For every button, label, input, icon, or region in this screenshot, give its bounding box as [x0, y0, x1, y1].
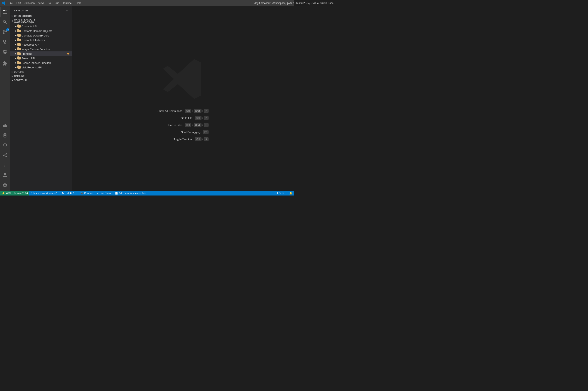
source-control-badge: 13: [6, 28, 9, 31]
folder-icon: [17, 66, 21, 69]
tree-item-label: Resources API: [21, 43, 70, 46]
menu-help[interactable]: Help: [74, 1, 83, 5]
folder-icon: [17, 43, 21, 46]
workspace-section-header[interactable]: ▼ DAY3-BREAKOUT1 (WORKSPACE) [W...: [10, 18, 72, 24]
window-title: day3-breakout1 (Workspace) [WSL: Ubuntu-…: [255, 2, 294, 4]
triangle-icon: ⚠: [72, 192, 75, 195]
key-badge: F5: [203, 130, 208, 134]
tree-items-container: ▶Contacts API▶Contacts Domain Objects▶Co…: [10, 24, 72, 70]
tree-item[interactable]: ▶Search Indexer Function: [10, 61, 72, 65]
activity-search[interactable]: [0, 17, 10, 27]
tree-expand-icon: ▶: [14, 48, 17, 50]
sync-icon: ↻: [62, 192, 64, 195]
activity-bar: 13: [0, 6, 10, 191]
tree-item[interactable]: ▶Contacts Domain Objects: [10, 29, 72, 33]
activity-source-control[interactable]: 13: [0, 27, 10, 37]
folder-icon: [17, 25, 21, 28]
collapse-all-button[interactable]: [66, 19, 71, 23]
outline-chevron: ▶: [12, 71, 13, 73]
tree-item-label: Image Resizer Function: [21, 48, 70, 51]
shortcut-keys: Ctrl+Shift+F: [185, 123, 208, 127]
errors-label: 0: [70, 192, 72, 195]
database-icon: [2, 133, 7, 138]
tree-item[interactable]: ▶Resources API: [10, 42, 72, 47]
tree-item[interactable]: ▶Contacts Interfaces: [10, 38, 72, 42]
file-label: Adc.Scm.Resources.Api: [119, 192, 145, 195]
folder-icon: [17, 29, 21, 33]
status-bar: ⚡ WSL: Ubuntu-20.04 ⑂ features/workspace…: [0, 191, 294, 196]
sidebar-header: Explorer ⋯: [10, 6, 72, 14]
activity-kubernetes[interactable]: [0, 140, 10, 150]
activity-database[interactable]: [0, 130, 10, 140]
activity-extensions[interactable]: [0, 58, 10, 68]
tree-item[interactable]: ▶Visit Reports API: [10, 65, 72, 70]
errors-status[interactable]: ⊗ 0 ⚠ 1: [66, 191, 78, 196]
extensions-icon: [2, 61, 7, 66]
refresh-button[interactable]: [62, 19, 66, 23]
outline-panel-header[interactable]: ▶ Outline: [10, 70, 72, 74]
codetour-chevron: ▶: [12, 79, 13, 81]
key-plus: +: [192, 110, 193, 112]
connect-status[interactable]: 🔌 Connect: [79, 191, 95, 196]
workspace-header-content: ▼ DAY3-BREAKOUT1 (WORKSPACE) [W...: [12, 18, 52, 23]
sync-status[interactable]: ↻: [60, 191, 66, 196]
shortcuts-list: Show All CommandsCtrl+Shift+PGo to FileC…: [158, 109, 208, 141]
menu-view[interactable]: View: [37, 1, 45, 5]
activity-remote-explorer[interactable]: [0, 47, 10, 57]
file-status[interactable]: 📄 Adc.Scm.Resources.Api: [113, 191, 147, 196]
activity-debug[interactable]: [0, 37, 10, 47]
menu-selection[interactable]: Selection: [23, 1, 36, 5]
wsl-status[interactable]: ⚡ WSL: Ubuntu-20.04: [0, 191, 29, 196]
branch-status[interactable]: ⑂ features/workspaces*+: [29, 191, 60, 196]
shortcut-keys: Ctrl+P: [195, 116, 208, 120]
shortcut-label: Go to File: [181, 116, 192, 120]
more-actions-button[interactable]: ⋯: [65, 8, 69, 13]
timeline-panel-header[interactable]: ▶ Timeline: [10, 74, 72, 78]
shortcut-label: Toggle Terminal: [174, 138, 193, 141]
activity-settings[interactable]: [0, 180, 10, 190]
notifications-button[interactable]: 🔔: [288, 191, 294, 196]
activity-docker[interactable]: [0, 120, 10, 130]
timeline-label: Timeline: [14, 75, 24, 77]
key-badge: Ctrl: [195, 116, 201, 120]
key-badge: Ctrl: [195, 137, 201, 141]
key-badge: Shift: [194, 123, 201, 127]
remote-icon: ⚡: [2, 192, 5, 195]
activity-liveshare[interactable]: [0, 150, 10, 160]
files-icon: [3, 9, 8, 14]
vscode-watermark: [160, 56, 206, 102]
tree-expand-icon: ▶: [14, 39, 17, 41]
activity-account[interactable]: [0, 170, 10, 180]
eslint-status[interactable]: ✓ ESLINT: [273, 191, 288, 196]
shortcut-keys: F5: [203, 130, 208, 134]
shortcut-label: Show All Commands: [158, 109, 182, 112]
menu-terminal[interactable]: Terminal: [61, 1, 74, 5]
menu-file[interactable]: File: [7, 1, 14, 5]
menu-edit[interactable]: Edit: [15, 1, 22, 5]
activity-explorer[interactable]: [0, 7, 10, 17]
tree-item[interactable]: ▶Contacts API: [10, 24, 72, 29]
tree-expand-icon: ▶: [14, 30, 17, 32]
status-bar-right: ✓ ESLINT 🔔: [273, 191, 294, 196]
open-editors-section[interactable]: ▶ Open Editors: [10, 14, 72, 18]
tree-item[interactable]: ▶Contacts Data EF Core: [10, 33, 72, 38]
title-bar-left: File Edit Selection View Go Run Terminal…: [2, 1, 83, 5]
key-plus: +: [192, 124, 193, 126]
new-folder-button[interactable]: [57, 19, 61, 23]
tree-item-label: Frontend: [21, 52, 67, 55]
tree-item[interactable]: ▶Frontend: [10, 51, 72, 56]
file-icon: 📄: [115, 192, 118, 195]
tree-item[interactable]: ▶Image Resizer Function: [10, 47, 72, 51]
eslint-label: ESLINT: [277, 192, 286, 195]
tree-expand-icon: ▶: [14, 66, 17, 68]
vscode-logo-icon: [2, 1, 5, 5]
liveshare-status[interactable]: ↗ Live Share: [95, 191, 113, 196]
menu-go[interactable]: Go: [46, 1, 52, 5]
tree-item[interactable]: ▶Search API: [10, 56, 72, 61]
key-plus: +: [202, 124, 203, 126]
menu-run[interactable]: Run: [53, 1, 61, 5]
new-file-button[interactable]: [52, 19, 56, 23]
activity-more[interactable]: [0, 160, 10, 170]
codetour-panel-header[interactable]: ▶ Codetour: [10, 78, 72, 82]
shortcut-label: Find in Files: [168, 124, 182, 127]
